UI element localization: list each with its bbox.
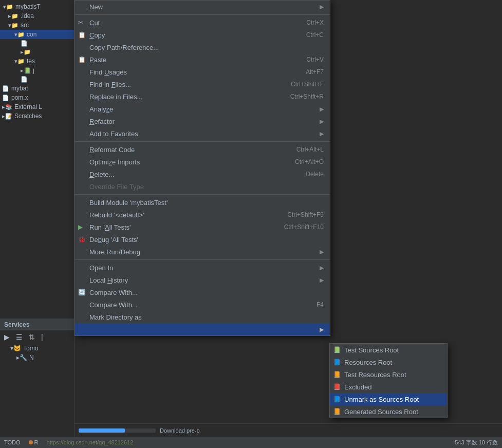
library-icon: ▸📚 bbox=[2, 104, 12, 110]
folder-icon: ▾📁 bbox=[14, 31, 25, 38]
excluded-icon: 📕 bbox=[333, 383, 341, 390]
project-item-external[interactable]: ▸📚 External L bbox=[0, 102, 74, 111]
menu-item-delete[interactable]: Delete... Delete bbox=[75, 168, 330, 180]
submenu-item-test-resources[interactable]: 📙 Test Resources Root bbox=[330, 368, 447, 381]
menu-item-override-type: Override File Type bbox=[75, 180, 330, 193]
todo-button[interactable]: TODO bbox=[4, 439, 21, 445]
menu-item-open-in[interactable]: Open In ▶ bbox=[75, 262, 330, 274]
menu-item-favorites[interactable]: Add to Favorites ▶ bbox=[75, 127, 330, 140]
project-item-src[interactable]: ▾📁 src bbox=[0, 21, 74, 30]
menu-item-mark-directory[interactable]: ▶ bbox=[75, 323, 330, 335]
menu-separator-4 bbox=[75, 259, 330, 260]
copy-icon: 📋 bbox=[78, 31, 86, 39]
resources-icon: 📘 bbox=[333, 359, 341, 366]
scratches-icon: ▸📝 bbox=[2, 113, 12, 120]
folder-icon: ▸📁 bbox=[8, 13, 18, 20]
list-view-button[interactable]: ☰ bbox=[14, 332, 25, 342]
options-button[interactable]: | bbox=[39, 332, 45, 342]
bottom-chars: 543 字数 10 行数 bbox=[455, 439, 498, 446]
bottom-url: https://blog.csdn.net/qq_48212612 bbox=[47, 439, 134, 445]
download-text: Download pre-b bbox=[160, 427, 200, 434]
project-item-idea[interactable]: ▸📁 .idea bbox=[0, 11, 74, 21]
paste-icon: 📋 bbox=[78, 56, 86, 63]
services-item-tomcat[interactable]: ▾🐱 Tomo bbox=[0, 344, 74, 353]
menu-item-paste[interactable]: 📋 Paste Ctrl+V bbox=[75, 53, 330, 66]
cut-icon: ✂ bbox=[78, 19, 83, 26]
menu-item-new[interactable]: New ▶ bbox=[75, 1, 330, 13]
menu-item-more-run[interactable]: More Run/Debug ▶ bbox=[75, 246, 330, 258]
analyze-arrow: ▶ bbox=[320, 106, 324, 113]
favorites-arrow: ▶ bbox=[320, 130, 324, 137]
menu-item-analyze[interactable]: Analyze ▶ bbox=[75, 103, 330, 115]
file-icon: 📄 bbox=[2, 95, 9, 101]
menu-separator-1 bbox=[75, 14, 330, 15]
project-item-scratches[interactable]: ▸📝 Scratches bbox=[0, 111, 74, 121]
services-header: Services bbox=[0, 319, 74, 330]
project-item-file2[interactable]: 📄 bbox=[0, 75, 74, 84]
generated-icon: 📙 bbox=[333, 408, 341, 415]
folder-icon: ▾📁 bbox=[3, 4, 13, 10]
run-button[interactable]: R bbox=[29, 439, 39, 445]
submenu-item-resources[interactable]: 📘 Resources Root bbox=[330, 356, 447, 368]
unmark-icon: 📘 bbox=[333, 396, 341, 403]
tomcat-icon: ▾🐱 bbox=[10, 345, 21, 352]
folder-icon: ▾📁 bbox=[14, 58, 25, 65]
submenu-mark-directory: 📗 Test Sources Root 📘 Resources Root 📙 T… bbox=[329, 343, 448, 418]
project-item-mybat[interactable]: 📄 mybat bbox=[0, 84, 74, 93]
project-item-con[interactable]: ▾📁 con bbox=[0, 30, 74, 39]
open-in-arrow: ▶ bbox=[320, 265, 324, 271]
menu-item-replace-files[interactable]: Replace in Files... Ctrl+Shift+R bbox=[75, 90, 330, 103]
refactor-arrow: ▶ bbox=[320, 118, 324, 125]
download-progress bbox=[79, 428, 156, 433]
mark-directory-arrow: ▶ bbox=[320, 326, 324, 333]
test-sources-icon: 📗 bbox=[333, 346, 341, 353]
file-icon: 📄 bbox=[2, 85, 9, 92]
sort-button[interactable]: ⇅ bbox=[27, 332, 37, 342]
submenu-arrow: ▶ bbox=[320, 4, 324, 10]
menu-item-reload[interactable]: 🔄 Compare With... bbox=[75, 286, 330, 298]
menu-item-cut[interactable]: ✂ Cut Ctrl+X bbox=[75, 16, 330, 29]
menu-item-debug-all[interactable]: 🐞 Debug 'All Tests' bbox=[75, 233, 330, 246]
folder-icon: ▸📗 bbox=[21, 67, 31, 74]
submenu-item-generated[interactable]: 📙 Generated Sources Root bbox=[330, 405, 447, 418]
menu-item-open-module[interactable]: Mark Directory as bbox=[75, 311, 330, 323]
submenu-item-test-sources[interactable]: 📗 Test Sources Root bbox=[330, 344, 447, 356]
project-item-test[interactable]: ▾📁 tes bbox=[0, 57, 74, 66]
menu-item-find-usages[interactable]: Find Usages Alt+F7 bbox=[75, 66, 330, 78]
services-panel: Services ▶ ☰ ⇅ | ▾🐱 Tomo ▸🔧 N bbox=[0, 319, 75, 448]
submenu-item-excluded[interactable]: 📕 Excluded bbox=[330, 381, 447, 393]
project-item-j[interactable]: ▸📗 j bbox=[0, 66, 74, 75]
menu-item-local-history[interactable]: Local History ▶ bbox=[75, 274, 330, 286]
more-run-arrow: ▶ bbox=[320, 249, 324, 255]
project-item-file1[interactable]: 📄 bbox=[0, 39, 74, 48]
folder-icon: ▸📁 bbox=[21, 49, 31, 55]
menu-separator-3 bbox=[75, 194, 330, 195]
menu-item-refactor[interactable]: Refactor ▶ bbox=[75, 115, 330, 127]
folder-icon: ▾📁 bbox=[8, 22, 18, 29]
menu-item-reformat[interactable]: Reformat Code Ctrl+Alt+L bbox=[75, 143, 330, 156]
menu-item-rebuild[interactable]: Rebuild '<default>' Ctrl+Shift+F9 bbox=[75, 209, 330, 221]
project-item-pom[interactable]: 📄 pom.x bbox=[0, 93, 74, 102]
download-progress-fill bbox=[79, 428, 125, 433]
menu-item-compare[interactable]: Compare With... F4 bbox=[75, 298, 330, 311]
reload-icon: 🔄 bbox=[78, 289, 86, 296]
menu-item-copy[interactable]: 📋 Copy Ctrl+C bbox=[75, 29, 330, 41]
submenu-item-unmark[interactable]: 📘 Unmark as Sources Root bbox=[330, 393, 447, 405]
download-bar: Download pre-b bbox=[75, 423, 502, 437]
file-icon: 📄 bbox=[21, 76, 28, 83]
services-item-n[interactable]: ▸🔧 N bbox=[0, 353, 74, 362]
menu-item-build-module[interactable]: Build Module 'mybatisTest' bbox=[75, 196, 330, 209]
file-icon: 📄 bbox=[21, 40, 28, 47]
menu-item-find-files[interactable]: Find in Files... Ctrl+Shift+F bbox=[75, 78, 330, 90]
run-service-button[interactable]: ▶ bbox=[2, 332, 12, 342]
project-item-root[interactable]: ▾📁 mybatisT bbox=[0, 2, 74, 11]
bottom-bar: TODO R https://blog.csdn.net/qq_48212612… bbox=[0, 437, 502, 448]
run-dot bbox=[29, 440, 33, 444]
local-history-arrow: ▶ bbox=[320, 277, 324, 284]
menu-item-run-all[interactable]: ▶ Run 'All Tests' Ctrl+Shift+F10 bbox=[75, 221, 330, 233]
project-item-folder1[interactable]: ▸📁 bbox=[0, 48, 74, 57]
test-resources-icon: 📙 bbox=[333, 371, 341, 378]
menu-item-copy-path[interactable]: Copy Path/Reference... bbox=[75, 41, 330, 53]
wrench-icon: ▸🔧 bbox=[16, 354, 27, 361]
menu-item-optimize[interactable]: Optimize Imports Ctrl+Alt+O bbox=[75, 156, 330, 168]
